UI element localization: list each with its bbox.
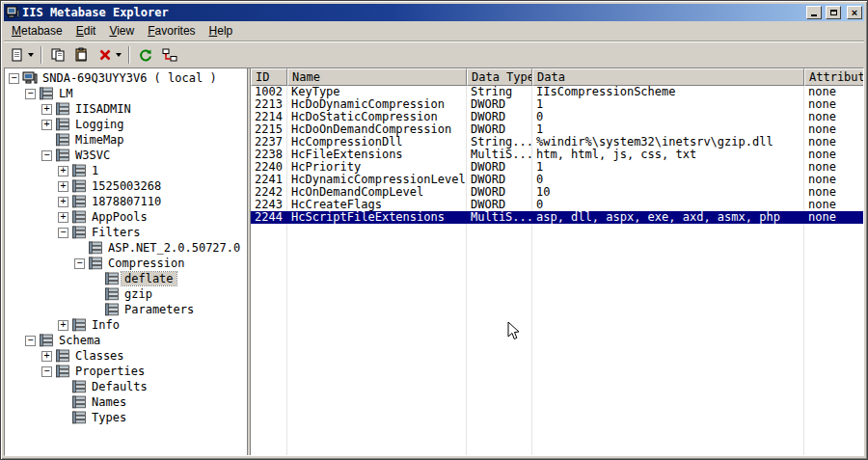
tree-node-info[interactable]: +Info [5, 317, 247, 333]
tree-indent [9, 340, 25, 341]
tree-node-compression[interactable]: −Compression [5, 256, 247, 271]
table-row[interactable]: 2215HcDoOnDemandCompressionDWORD1none [251, 123, 863, 136]
expand-icon[interactable]: + [58, 166, 68, 176]
table-cell [804, 387, 863, 399]
collapse-icon[interactable]: − [9, 73, 19, 84]
tree-node-1[interactable]: +1 [5, 163, 247, 178]
tree-node-1525003268[interactable]: +1525003268 [5, 178, 247, 194]
table-row[interactable]: 2240HcPriorityDWORD1none [251, 161, 863, 174]
column-header-data-type[interactable]: Data Type [467, 68, 532, 86]
tree-node-names[interactable]: Names [5, 394, 247, 410]
table-cell [251, 412, 287, 424]
tree-node-label: LM [56, 87, 75, 100]
connect-button[interactable] [158, 44, 181, 66]
tree-node-label: SNDA-69Q3UYY3V6 ( local ) [40, 71, 220, 85]
expand-icon[interactable]: + [58, 197, 68, 207]
refresh-button[interactable] [134, 44, 157, 66]
expand-icon[interactable]: + [41, 104, 52, 115]
column-header-name[interactable]: Name [287, 68, 467, 86]
copy-button[interactable] [46, 44, 69, 66]
collapse-icon[interactable]: − [41, 366, 52, 377]
collapse-icon[interactable]: − [58, 228, 68, 238]
collapse-icon[interactable]: − [74, 258, 85, 269]
paste-button[interactable] [70, 44, 94, 66]
close-button[interactable]: × [847, 6, 862, 19]
tree-node-1878807110[interactable]: +1878807110 [5, 194, 247, 209]
tree-node-logging[interactable]: +Logging [5, 117, 247, 132]
menu-item-help[interactable]: Help [203, 22, 240, 40]
tree-node-asp-net-2-0-50727-0[interactable]: ASP.NET_2.0.50727.0 [5, 240, 247, 256]
tree-node-lm[interactable]: −LM [5, 86, 247, 101]
table-empty-row [251, 324, 863, 337]
menu-item-view[interactable]: View [102, 22, 141, 40]
table-cell: MultiS... [467, 149, 532, 161]
table-cell [251, 274, 287, 286]
table-cell [804, 437, 863, 449]
new-record-button[interactable] [7, 44, 37, 66]
tree-node-apppools[interactable]: +AppPools [5, 209, 247, 225]
expand-icon[interactable]: + [41, 351, 52, 362]
table-cell: 1 [532, 98, 804, 111]
tree-node-mimemap[interactable]: MimeMap [5, 132, 247, 148]
column-header-attributes[interactable]: Attributes [804, 68, 863, 86]
table-cell [251, 424, 287, 437]
maximize-button[interactable] [826, 6, 841, 19]
tree-node-types[interactable]: Types [5, 410, 247, 425]
table-body: 1002KeyTypeStringIIsCompressionSchemenon… [251, 86, 863, 455]
tree-node-gzip[interactable]: gzip [5, 286, 247, 302]
tree-node-filters[interactable]: −Filters [5, 225, 247, 240]
table-cell: HcDoDynamicCompression [287, 98, 467, 111]
expand-icon[interactable]: + [58, 181, 68, 192]
table-row[interactable]: 2241HcDynamicCompressionLevelDWORD0none [251, 174, 863, 186]
record-stack-icon [104, 287, 122, 301]
collapse-icon[interactable]: − [25, 336, 36, 346]
tree-node-parameters[interactable]: Parameters [5, 302, 247, 317]
table-cell: DWORD [467, 123, 532, 136]
tree-indent [9, 171, 58, 172]
tree-node-defaults[interactable]: Defaults [5, 379, 247, 394]
collapse-icon[interactable]: − [25, 89, 36, 99]
table-cell [804, 311, 863, 324]
expand-icon[interactable]: + [58, 212, 68, 223]
tree-indent [9, 186, 58, 187]
app-icon[interactable] [6, 6, 19, 19]
tree-node-w3svc[interactable]: −W3SVC [5, 148, 247, 163]
maximize-icon [830, 10, 837, 15]
table-row[interactable]: 1002KeyTypeStringIIsCompressionSchemenon… [251, 86, 863, 98]
tree-node-label: 1878807110 [89, 195, 164, 208]
table-row[interactable]: 2214HcDoStaticCompressionDWORD0none [251, 111, 863, 123]
expand-icon[interactable]: + [41, 120, 52, 130]
expand-icon[interactable]: + [58, 320, 68, 331]
tree-node-properties[interactable]: −Properties [5, 364, 247, 379]
column-header-id[interactable]: ID [251, 68, 287, 86]
table-cell: DWORD [467, 199, 532, 211]
table-row[interactable]: 2237HcCompressionDllString...%windir%\sy… [251, 136, 863, 149]
table-cell [251, 437, 287, 449]
record-stack-icon [104, 272, 122, 285]
menu-item-edit[interactable]: Edit [69, 22, 103, 40]
table-row[interactable]: 2238HcFileExtensionsMultiS...htm, html, … [251, 149, 863, 161]
table-row[interactable]: 2243HcCreateFlagsDWORD0none [251, 199, 863, 211]
delete-button[interactable] [95, 44, 124, 66]
tree-node-label: Filters [89, 226, 144, 239]
tree-node-classes[interactable]: +Classes [5, 348, 247, 364]
table-cell [532, 299, 804, 311]
table-empty-row [251, 399, 863, 412]
table-row[interactable]: 2213HcDoDynamicCompressionDWORD1none [251, 98, 863, 111]
tree-node-schema[interactable]: −Schema [5, 333, 247, 348]
table-row[interactable]: 2242HcOnDemandCompLevelDWORD10none [251, 186, 863, 199]
menu-item-favorites[interactable]: Favorites [141, 22, 202, 40]
tree-node-deflate[interactable]: deflate [5, 271, 247, 286]
table-cell [804, 286, 863, 299]
collapse-icon[interactable]: − [41, 150, 52, 161]
column-header-data[interactable]: Data [532, 68, 804, 86]
tree-node-iisadmin[interactable]: +IISADMIN [5, 101, 247, 117]
tree-node-label: deflate [122, 272, 176, 285]
table-row[interactable]: 2244HcScriptFileExtensionsMultiS...asp, … [251, 211, 863, 224]
table-cell: 2243 [251, 199, 287, 211]
tree-node-snda-69q3uyy3v6-local[interactable]: −SNDA-69Q3UYY3V6 ( local ) [5, 70, 247, 86]
menu-item-metabase[interactable]: Metabase [5, 22, 69, 40]
table-cell [287, 362, 467, 374]
minimize-button[interactable] [806, 6, 822, 19]
title-bar[interactable]: IIS Metabase Explorer × [4, 4, 864, 21]
